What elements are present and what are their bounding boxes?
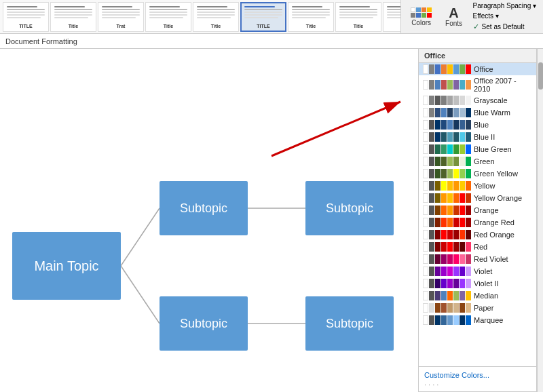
template-item-6[interactable]: Title	[288, 2, 334, 32]
theme-item-9[interactable]: Yellow	[419, 180, 536, 192]
theme-swatches-13	[423, 230, 471, 239]
theme-item-2[interactable]: Grayscale	[419, 94, 536, 106]
main-topic-box: Main Topic	[12, 232, 121, 300]
customize-colors-link[interactable]: Customize Colors...	[424, 370, 531, 380]
colors-swatch	[411, 7, 432, 18]
theme-item-8[interactable]: Green Yellow	[419, 168, 536, 180]
theme-item-5[interactable]: Blue II	[419, 131, 536, 143]
theme-item-4[interactable]: Blue	[419, 119, 536, 131]
theme-item-0[interactable]: Office	[419, 63, 536, 75]
theme-item-11[interactable]: Orange	[419, 204, 536, 216]
colors-label: Colors	[411, 19, 431, 26]
subtopic2-label: Subtopic	[326, 201, 373, 216]
template-item-2[interactable]: Trat	[98, 2, 144, 32]
subtopic4-box: Subtopic	[305, 296, 394, 351]
theme-item-15[interactable]: Red Violet	[419, 253, 536, 265]
theme-item-18[interactable]: Median	[419, 290, 536, 302]
theme-swatches-12	[423, 218, 471, 227]
theme-item-1[interactable]: Office 2007 - 2010	[419, 75, 536, 94]
theme-swatches-7	[423, 157, 471, 166]
theme-item-17[interactable]: Violet II	[419, 277, 536, 290]
theme-name-4: Blue	[474, 121, 489, 129]
theme-name-7: Green	[474, 157, 495, 165]
main-content: Main Topic Subtopic Subtopic Subtopic Su…	[0, 49, 543, 392]
scrollbar-thumb[interactable]	[538, 62, 543, 90]
theme-item-12[interactable]: Orange Red	[419, 216, 536, 229]
theme-name-2: Grayscale	[474, 96, 508, 104]
template-gallery: TITLE Title Trat Title Title TITLE	[0, 0, 401, 33]
theme-swatches-5	[423, 132, 471, 142]
template-item-5[interactable]: TITLE	[240, 2, 286, 32]
theme-name-11: Orange	[474, 206, 499, 214]
theme-name-8: Green Yellow	[474, 170, 518, 178]
theme-name-16: Violet	[474, 267, 492, 275]
colors-button[interactable]: Colors	[407, 4, 436, 30]
theme-swatches-6	[423, 144, 471, 154]
doc-canvas: Main Topic Subtopic Subtopic Subtopic Su…	[0, 49, 418, 392]
theme-name-19: Paper	[474, 304, 493, 312]
set-default-cmd[interactable]: ✓ Set as Default	[472, 22, 538, 32]
theme-item-13[interactable]: Red Orange	[419, 229, 536, 241]
fonts-button[interactable]: A Fonts	[441, 3, 468, 31]
theme-name-3: Blue Warm	[474, 109, 510, 117]
ribbon-right: Colors A Fonts Paragraph Spacing ▾ Effec…	[401, 0, 543, 33]
theme-name-0: Office	[474, 65, 493, 73]
theme-swatches-9	[423, 181, 471, 191]
subtopic4-label: Subtopic	[326, 317, 373, 331]
template-item-7[interactable]: Title	[335, 2, 381, 32]
check-icon: ✓	[473, 22, 479, 31]
theme-item-3[interactable]: Blue Warm	[419, 106, 536, 119]
theme-name-10: Yellow Orange	[474, 194, 522, 202]
theme-swatches-20	[423, 315, 471, 325]
effects-cmd[interactable]: Effects ▾	[472, 12, 538, 20]
svg-line-2	[121, 266, 160, 324]
theme-swatches-10	[423, 193, 471, 203]
subtopic1-box: Subtopic	[160, 181, 248, 235]
theme-swatches-16	[423, 267, 471, 276]
template-item-4[interactable]: Title	[193, 2, 239, 32]
sub-header: Document Formatting	[0, 34, 543, 49]
fonts-label: Fonts	[445, 20, 462, 27]
theme-name-9: Yellow	[474, 182, 495, 190]
theme-name-15: Red Violet	[474, 255, 508, 263]
theme-item-10[interactable]: Yellow Orange	[419, 192, 536, 204]
subtopic1-label: Subtopic	[180, 201, 227, 216]
svg-line-0	[121, 208, 160, 266]
theme-swatches-15	[423, 254, 471, 264]
main-topic-label: Main Topic	[34, 258, 98, 274]
subtopic3-label: Subtopic	[180, 317, 227, 331]
template-item-0[interactable]: TITLE	[3, 2, 49, 32]
theme-name-17: Violet II	[474, 279, 499, 288]
theme-swatches-1	[423, 80, 471, 90]
dropdown-footer: Customize Colors... · · · ·	[419, 366, 536, 391]
theme-item-14[interactable]: Red	[419, 241, 536, 253]
theme-item-6[interactable]: Blue Green	[419, 143, 536, 155]
theme-name-18: Median	[474, 292, 498, 300]
svg-line-5	[272, 102, 400, 156]
subtopic2-box: Subtopic	[305, 181, 394, 235]
theme-name-12: Orange Red	[474, 218, 514, 227]
theme-item-19[interactable]: Paper	[419, 302, 536, 314]
template-item-1[interactable]: Title	[50, 2, 96, 32]
theme-name-1: Office 2007 - 2010	[474, 77, 532, 93]
template-item-8[interactable]: Title	[383, 2, 401, 32]
template-item-3[interactable]: Title	[145, 2, 191, 32]
theme-item-20[interactable]: Marquee	[419, 314, 536, 326]
theme-swatches-2	[423, 96, 471, 105]
dropdown-title: Office	[424, 52, 445, 60]
theme-item-16[interactable]: Violet	[419, 265, 536, 277]
dropdown-list[interactable]: OfficeOffice 2007 - 2010GrayscaleBlue Wa…	[419, 63, 536, 366]
scrollbar[interactable]	[537, 49, 543, 392]
theme-swatches-0	[423, 64, 471, 74]
subtopic3-box: Subtopic	[160, 296, 248, 351]
theme-swatches-17	[423, 279, 471, 288]
paragraph-spacing-cmd[interactable]: Paragraph Spacing ▾	[472, 1, 538, 10]
footer-dots: · · · ·	[424, 379, 438, 390]
theme-name-5: Blue II	[474, 133, 495, 141]
theme-swatches-14	[423, 242, 471, 252]
theme-swatches-8	[423, 169, 471, 178]
fonts-icon: A	[449, 6, 458, 20]
theme-swatches-18	[423, 291, 471, 300]
theme-swatches-11	[423, 205, 471, 215]
theme-item-7[interactable]: Green	[419, 155, 536, 168]
